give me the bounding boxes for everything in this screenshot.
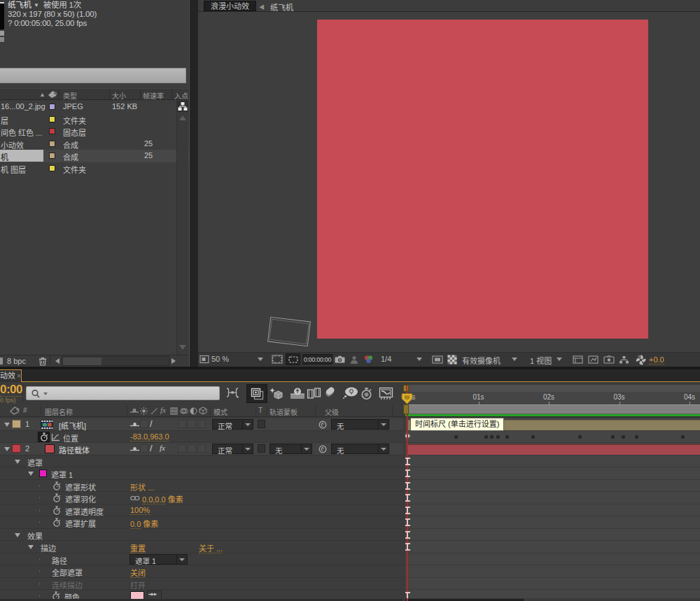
parent-pickwhip-icon[interactable]: [318, 420, 327, 429]
twirl-down-icon[interactable]: [4, 423, 10, 427]
scrollbar-thumb[interactable]: [63, 358, 102, 365]
track-row[interactable]: [405, 480, 700, 493]
three-d-well[interactable]: [197, 420, 206, 428]
graph-set-button[interactable]: [51, 433, 60, 441]
graph-editor-icon[interactable]: [379, 387, 393, 400]
project-horizontal-scrollbar[interactable]: [62, 356, 169, 366]
viewer-timecode[interactable]: 0:00:00:00: [302, 354, 332, 365]
track-matte-dropdown[interactable]: 无: [270, 444, 312, 454]
camera-view-select[interactable]: 有效摄像机: [462, 355, 500, 366]
property-row[interactable]: 路径遮罩 1: [0, 553, 403, 566]
mode-dropdown[interactable]: 正常: [212, 444, 253, 454]
parent-dropdown[interactable]: 无: [331, 444, 389, 454]
zoom-level-select[interactable]: 50 %: [211, 355, 229, 363]
tab-overflow-icon[interactable]: ◀: [259, 3, 265, 10]
scroll-left-icon[interactable]: [55, 358, 59, 364]
shy-switch[interactable]: [130, 446, 139, 452]
property-name[interactable]: 遮罩形状: [65, 481, 96, 493]
keyframe-dot[interactable]: [635, 435, 638, 439]
track-row[interactable]: [405, 529, 700, 542]
stopwatch-button[interactable]: [52, 506, 61, 516]
scroll-down-icon[interactable]: [179, 345, 186, 350]
layer-name[interactable]: [纸飞机]: [59, 420, 86, 431]
chevron-down-icon[interactable]: [258, 358, 263, 361]
keyframe-dot[interactable]: [454, 435, 458, 439]
track-row[interactable]: [405, 578, 700, 591]
reset-link[interactable]: 重置: [130, 542, 146, 553]
keyframe-dot[interactable]: [611, 435, 615, 439]
stopwatch-button[interactable]: [52, 518, 61, 528]
mini-flowchart-icon[interactable]: [619, 355, 629, 365]
chevron-down-icon[interactable]: [242, 444, 253, 453]
draft-3d-icon[interactable]: [269, 387, 284, 400]
property-value[interactable]: -83.0,963.0: [130, 432, 169, 441]
keyframe-dot[interactable]: [490, 435, 493, 439]
collapse-switch-well[interactable]: [140, 420, 148, 428]
label-color-swatch[interactable]: [49, 165, 55, 171]
keyframe-dot[interactable]: [505, 435, 509, 439]
fast-previews-icon[interactable]: [635, 354, 647, 366]
interpret-footage-icon[interactable]: [0, 358, 3, 365]
column-layer-name[interactable]: 图层名称: [45, 406, 73, 417]
label-color-swatch[interactable]: [12, 420, 21, 428]
chevron-down-icon[interactable]: [242, 420, 253, 429]
footage-name[interactable]: 纸飞机: [8, 1, 31, 9]
adjustment-well[interactable]: [188, 444, 196, 453]
about-link[interactable]: 关于 ...: [199, 542, 223, 553]
three-d-column-icon[interactable]: [199, 406, 207, 415]
project-vertical-scrollbar[interactable]: [176, 100, 188, 355]
project-search-input[interactable]: [0, 68, 186, 83]
track-row[interactable]: [405, 504, 700, 517]
effects-column-icon[interactable]: fx: [160, 406, 166, 414]
motion-blur-column-icon[interactable]: [180, 407, 188, 415]
collapse-switch-well[interactable]: [140, 444, 148, 453]
property-value[interactable]: 关闭: [130, 567, 146, 578]
adjustment-well[interactable]: [188, 420, 196, 428]
keyframe-dot[interactable]: [578, 435, 582, 439]
reset-exposure-icon[interactable]: [603, 355, 615, 364]
track-row[interactable]: [405, 443, 700, 455]
column-type[interactable]: 类型: [63, 90, 77, 101]
column-mode[interactable]: 模式: [214, 406, 227, 417]
keyframe-dot[interactable]: [484, 435, 488, 439]
project-item-row[interactable]: 16...00_2.jpgJPEG152 KB: [0, 101, 189, 113]
property-row[interactable]: 遮罩 1: [0, 467, 403, 480]
chevron-down-icon[interactable]: [378, 444, 388, 453]
timeline-panel-icon[interactable]: [573, 355, 583, 364]
item-name-cell[interactable]: 小动效: [0, 138, 46, 150]
keyframe-dot[interactable]: [681, 435, 685, 439]
tab-composition-active[interactable]: 浪漫小动效: [204, 1, 256, 11]
quality-switch[interactable]: /: [150, 418, 153, 429]
sort-arrow-icon[interactable]: ▲: [39, 91, 46, 98]
group-name[interactable]: 遮罩 1: [51, 469, 73, 480]
track-row[interactable]: [405, 541, 700, 553]
resolution-select[interactable]: 1/4: [381, 355, 391, 363]
label-tag-icon[interactable]: [48, 90, 57, 99]
property-name[interactable]: 遮罩扩展: [65, 518, 96, 529]
property-row[interactable]: 位置-83.0,963.0: [0, 431, 403, 444]
twirl-down-icon[interactable]: [15, 533, 20, 537]
show-snapshot-icon[interactable]: [350, 355, 358, 364]
label-color-swatch[interactable]: [49, 116, 55, 122]
label-tag-icon[interactable]: [10, 406, 20, 415]
snapshot-camera-icon[interactable]: [335, 355, 345, 363]
property-row[interactable]: 遮罩扩展0.0 像素: [0, 516, 403, 529]
tab-timeline-composition[interactable]: 动效×: [0, 369, 22, 382]
twirl-down-icon[interactable]: [28, 472, 34, 476]
track-row[interactable]: [405, 431, 700, 444]
property-row[interactable]: 遮罩: [0, 455, 403, 468]
safe-margins-icon[interactable]: [272, 355, 283, 364]
layer-row[interactable]: 1[纸飞机]/正常无: [0, 418, 403, 431]
scroll-right-icon[interactable]: [172, 358, 176, 364]
scroll-up-icon[interactable]: [179, 115, 186, 120]
item-name-cell[interactable]: 间色 红色 ...: [0, 125, 46, 137]
stopwatch-button[interactable]: [38, 432, 50, 442]
track-row[interactable]: [405, 590, 700, 598]
column-track-matte[interactable]: 轨道蒙板: [270, 406, 298, 417]
path-dropdown[interactable]: 遮罩 1: [130, 554, 188, 565]
track-row[interactable]: [405, 516, 700, 529]
property-value[interactable]: 0.0 像素: [130, 518, 158, 529]
mask-color-swatch[interactable]: [39, 469, 47, 477]
color-depth-button[interactable]: 8 bpc: [7, 357, 26, 365]
mini-flowchart-button[interactable]: [225, 387, 239, 398]
